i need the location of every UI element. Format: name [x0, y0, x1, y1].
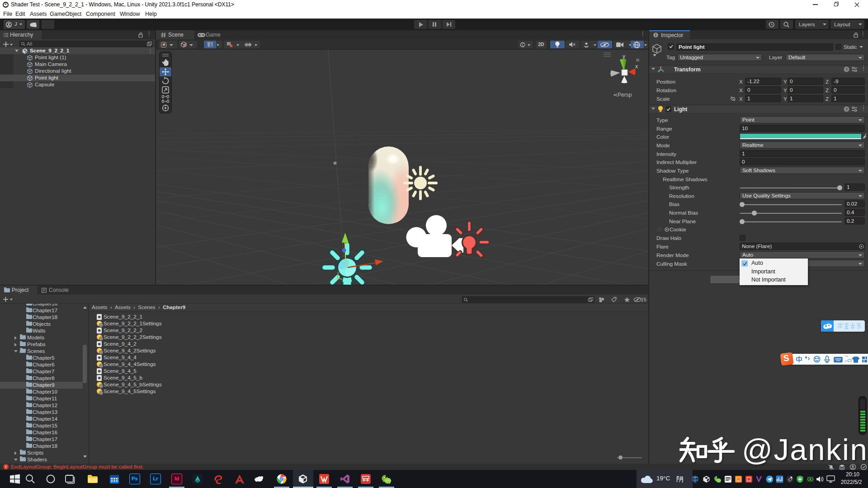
svg-text:?: ?	[845, 67, 848, 72]
svg-text:Y: Y	[211, 44, 213, 47]
svg-text:y: y	[623, 53, 625, 60]
svg-text:?: ?	[845, 107, 848, 112]
svg-text:7: 7	[261, 475, 263, 479]
svg-text:x: x	[635, 63, 638, 70]
